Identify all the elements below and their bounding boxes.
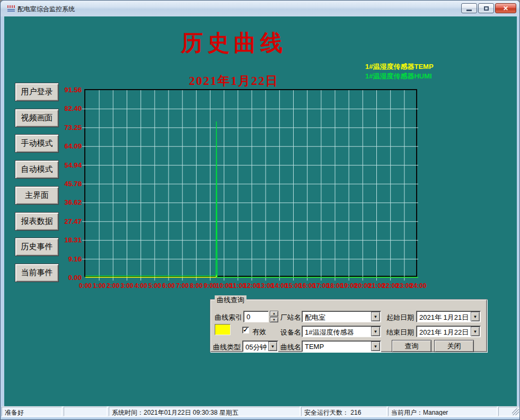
curve-name-label: 曲线名 xyxy=(280,343,301,352)
query-button[interactable]: 查询 xyxy=(392,340,431,352)
query-panel-title: 曲线查询 xyxy=(215,295,246,305)
end-date-picker[interactable]: 2021年 1月22日 ▼ xyxy=(416,326,481,337)
chart-date-subtitle: 2021年1月22日 xyxy=(85,73,382,89)
status-empty xyxy=(64,407,107,416)
y-tick-label: 91.56 xyxy=(52,86,82,94)
x-tick-label: 7:00 xyxy=(176,282,189,290)
curve-index-label: 曲线索引 xyxy=(215,313,242,322)
chart-legend: 1#温湿度传感器TEMP 1#温湿度传感器HUMI xyxy=(365,62,434,81)
x-tick-label: 5:00 xyxy=(148,282,161,290)
curve-name-select[interactable]: TEMP ▼ xyxy=(302,340,381,352)
y-tick-label: 45.78 xyxy=(52,180,82,188)
curve-index-spinner[interactable]: ▲ ▼ xyxy=(270,311,278,322)
y-tick-label: 36.62 xyxy=(52,198,82,206)
valid-checkbox[interactable]: ✓ xyxy=(242,327,249,334)
status-bar: 准备好 系统时间：2021年01月22日 09:30:38 星期五 安全运行天数… xyxy=(2,406,519,417)
application-window: 配电室综合监控系统 ✕ 历史曲线 2021年1月22日 1#温湿度传感器TEMP… xyxy=(0,0,520,420)
device-label: 设备名 xyxy=(280,328,301,337)
chevron-down-icon[interactable]: ▼ xyxy=(471,327,480,336)
x-tick-label: 9:00 xyxy=(204,282,216,290)
spin-down-icon[interactable]: ▼ xyxy=(270,317,278,323)
y-tick-label: 27.47 xyxy=(52,217,82,225)
close-button[interactable]: ✕ xyxy=(495,3,516,13)
page-title: 历史曲线 xyxy=(85,28,382,58)
app-icon xyxy=(7,4,15,13)
y-tick-label: 64.09 xyxy=(52,142,82,150)
legend-item-temp: 1#温湿度传感器TEMP xyxy=(365,62,434,72)
station-label: 厂站名 xyxy=(280,313,301,322)
x-tick-label: 6:00 xyxy=(162,282,175,290)
legend-item-humi: 1#温湿度传感器HUMI xyxy=(365,72,434,81)
valid-label: 有效 xyxy=(252,327,266,337)
y-tick-label: 9.16 xyxy=(52,255,82,263)
chevron-down-icon[interactable]: ▼ xyxy=(471,312,480,321)
maximize-button[interactable] xyxy=(478,3,494,13)
maximize-icon xyxy=(484,6,489,11)
x-tick-label: 3:00 xyxy=(120,282,133,290)
device-value: 1#温湿度传感器 xyxy=(302,326,381,337)
x-tick-label: 4:00 xyxy=(135,282,147,290)
x-tick-label: 2:00 xyxy=(107,282,119,290)
status-safe-days: 安全运行天数： 216 xyxy=(301,407,387,416)
y-tick-label: 73.25 xyxy=(52,124,82,132)
curve-index-input[interactable]: 0 xyxy=(243,311,269,322)
chevron-down-icon[interactable]: ▼ xyxy=(371,312,380,321)
x-tick-label: 8:00 xyxy=(190,282,202,290)
y-tick-label: 0.00 xyxy=(52,274,82,282)
y-tick-label: 82.40 xyxy=(52,104,82,112)
curve-name-value: TEMP xyxy=(302,341,381,352)
status-ready: 准备好 xyxy=(2,407,62,416)
end-date-label: 结束日期 xyxy=(386,328,414,337)
chevron-down-icon[interactable]: ▼ xyxy=(268,342,277,351)
history-chart xyxy=(85,90,418,278)
resize-grip-icon[interactable] xyxy=(512,408,519,415)
history-chart-plot xyxy=(84,89,417,277)
start-date-label: 起始日期 xyxy=(386,313,414,322)
chevron-down-icon[interactable]: ▼ xyxy=(371,327,380,336)
start-date-picker[interactable]: 2021年 1月21日 ▼ xyxy=(416,311,481,322)
y-tick-label: 54.94 xyxy=(52,161,82,169)
x-tick-label: 1:00 xyxy=(93,282,105,290)
minimize-button[interactable] xyxy=(461,3,477,13)
curve-type-select[interactable]: 05分钟 ▼ xyxy=(242,340,278,352)
window-title: 配电室综合监控系统 xyxy=(17,5,75,14)
chevron-down-icon[interactable]: ▼ xyxy=(371,342,380,351)
curve-query-panel: 曲线查询 曲线索引 0 ▲ ▼ 厂站名 配电室 ▼ 起始日期 2021年 1月2… xyxy=(210,299,487,352)
device-select[interactable]: 1#温湿度传感器 ▼ xyxy=(302,326,381,337)
status-system-time: 系统时间：2021年01月22日 09:30:38 星期五 xyxy=(109,407,300,416)
status-current-user: 当前用户：Manager xyxy=(388,407,497,416)
x-tick-label: 24:00 xyxy=(410,282,427,290)
title-bar: 配电室综合监控系统 ✕ xyxy=(1,1,520,16)
close-icon: ✕ xyxy=(503,5,508,12)
station-value: 配电室 xyxy=(302,311,381,322)
station-select[interactable]: 配电室 ▼ xyxy=(302,311,381,322)
x-tick-label: 0:00 xyxy=(79,282,92,290)
y-tick-label: 18.31 xyxy=(52,236,82,244)
close-panel-button[interactable]: 关闭 xyxy=(434,340,474,352)
spin-up-icon[interactable]: ▲ xyxy=(270,311,278,317)
minimize-icon xyxy=(466,10,472,11)
curve-type-label: 曲线类型 xyxy=(213,343,241,352)
curve-color-swatch[interactable] xyxy=(215,324,231,335)
